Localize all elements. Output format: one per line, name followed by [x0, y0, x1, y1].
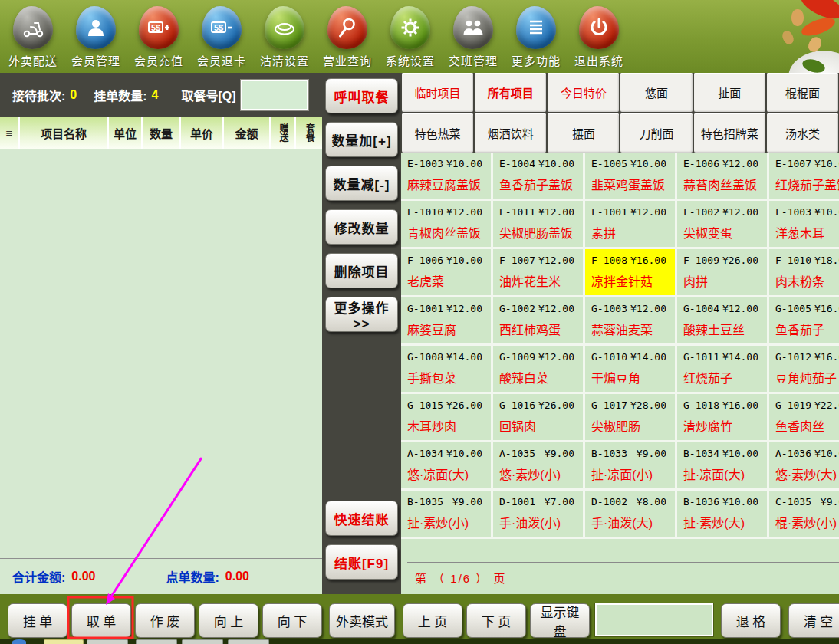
- qty-increase-button[interactable]: 数量加[+]: [325, 122, 398, 157]
- menu-item[interactable]: E-1004 ¥10.00 鱼香茄子盖饭: [493, 153, 585, 201]
- menu-item[interactable]: G-1017 ¥28.00 尖椒肥肠: [585, 394, 677, 442]
- checkout-f9-button[interactable]: 结账[F9]: [325, 544, 398, 580]
- menu-item[interactable]: G-1001 ¥12.00 麻婆豆腐: [401, 297, 493, 346]
- menu-item[interactable]: D-1001 ¥7.00 手·油泼(小): [493, 491, 585, 539]
- category-tab[interactable]: 所有项目: [475, 73, 546, 112]
- menu-item[interactable]: G-1010 ¥14.00 干煸豆角: [585, 346, 677, 394]
- menu-item[interactable]: G-1004 ¥12.00 酸辣土豆丝: [677, 297, 769, 346]
- menu-item[interactable]: C-1035 ¥9.00 棍·素炒(小): [769, 491, 839, 539]
- category-tab[interactable]: 棍棍面: [767, 73, 838, 112]
- backspace-button[interactable]: 退 格: [721, 603, 781, 638]
- menu-item[interactable]: G-1011 ¥14.00 红烧茄子: [677, 346, 769, 394]
- item-price: ¥28.00: [630, 399, 666, 411]
- menu-item[interactable]: E-1003 ¥10.00 麻辣豆腐盖饭: [401, 153, 493, 201]
- category-tab[interactable]: 搌面: [548, 113, 619, 153]
- taskbar-window-button[interactable]: [44, 639, 84, 644]
- menu-item[interactable]: G-1015 ¥26.00 木耳炒肉: [401, 394, 493, 442]
- takeout-mode-button[interactable]: 外卖模式: [329, 603, 395, 638]
- void-button[interactable]: 作 废: [135, 603, 195, 638]
- prev-page-button[interactable]: 上 页: [403, 603, 462, 638]
- menu-item[interactable]: A-1035 ¥9.00 悠·素炒(小): [493, 442, 585, 491]
- topbar-item-more[interactable]: 更多功能: [505, 6, 568, 68]
- menu-item[interactable]: F-1007 ¥12.00 油炸花生米: [493, 249, 585, 297]
- menu-item[interactable]: F-1008 ¥16.00 凉拌金针菇: [585, 249, 677, 297]
- menu-item[interactable]: F-1009 ¥26.00 肉拼: [677, 249, 769, 297]
- topbar-item-recharge[interactable]: 5$ 会员充值: [127, 6, 190, 68]
- category-tab[interactable]: 今日特价: [548, 73, 619, 112]
- topbar-item-members[interactable]: 会员管理: [64, 6, 127, 68]
- topbar-item-exit[interactable]: 退出系统: [568, 6, 630, 68]
- topbar-item-soldout[interactable]: 沽清设置: [253, 6, 316, 68]
- move-down-button[interactable]: 向 下: [262, 603, 322, 638]
- menu-item[interactable]: F-1006 ¥10.00 老虎菜: [401, 249, 493, 297]
- next-page-button[interactable]: 下 页: [466, 603, 526, 638]
- more-actions-button[interactable]: 更多操作>>: [325, 297, 398, 332]
- taskbar-window-button[interactable]: [228, 639, 269, 644]
- item-code: E-1006: [683, 158, 719, 169]
- topbar-item-card-return[interactable]: 5$ 会员退卡: [190, 6, 253, 68]
- clear-button[interactable]: 清 空: [788, 603, 839, 638]
- menu-item[interactable]: F-1003 ¥10.00 洋葱木耳: [769, 201, 839, 249]
- menu-item[interactable]: G-1016 ¥26.00 回锅肉: [493, 394, 585, 442]
- order-list-area[interactable]: [0, 149, 322, 558]
- category-tab[interactable]: 特色热菜: [402, 113, 473, 153]
- pickup-number-input[interactable]: [241, 80, 308, 110]
- category-tab[interactable]: 悠面: [620, 73, 692, 112]
- topbar-item-delivery[interactable]: 外卖配送: [2, 6, 64, 68]
- menu-item[interactable]: F-1001 ¥12.00 素拼: [585, 201, 677, 249]
- category-tab[interactable]: 扯面: [694, 73, 765, 112]
- taskbar-window-button[interactable]: [87, 639, 128, 644]
- retrieve-order-button[interactable]: 取 单: [71, 603, 131, 638]
- item-name: 韭菜鸡蛋盖饭: [591, 175, 665, 193]
- category-tab[interactable]: 烟酒饮料: [475, 113, 546, 153]
- menu-item[interactable]: B-1035 ¥9.00 扯·素炒(小): [401, 491, 493, 539]
- start-button[interactable]: [12, 639, 26, 644]
- item-price: ¥10.00: [630, 158, 666, 169]
- menu-item[interactable]: F-1002 ¥12.00 尖椒变蛋: [677, 201, 769, 249]
- item-price: ¥10.00: [814, 448, 839, 459]
- category-tab[interactable]: 汤水类: [767, 113, 838, 153]
- menu-item[interactable]: G-1005 ¥16.00 鱼香茄子: [769, 297, 839, 346]
- hold-order-button[interactable]: 挂 单: [8, 603, 67, 638]
- modify-qty-button[interactable]: 修改数量: [325, 209, 398, 245]
- menu-item[interactable]: B-1036 ¥10.00 扯·素炒(大): [677, 491, 769, 539]
- topbar-item-label: 沽清设置: [260, 52, 309, 68]
- topbar-item-system-settings[interactable]: 系统设置: [379, 6, 442, 68]
- taskbar-window-button[interactable]: [136, 639, 177, 644]
- topbar-item-business-query[interactable]: 营业查询: [316, 6, 379, 68]
- menu-item[interactable]: E-1011 ¥12.00 尖椒肥肠盖饭: [493, 201, 585, 249]
- quick-entry-input[interactable]: [595, 603, 713, 636]
- menu-item[interactable]: G-1018 ¥16.00 清炒腐竹: [677, 394, 769, 442]
- qty-decrease-button[interactable]: 数量减[-]: [325, 166, 398, 201]
- menu-item[interactable]: E-1007 ¥10.00 红烧茄子盖饭: [769, 153, 839, 201]
- category-tab[interactable]: 刀削面: [620, 113, 692, 153]
- menu-item[interactable]: B-1034 ¥10.00 扯·凉面(大): [677, 442, 769, 491]
- quick-checkout-button[interactable]: 快速结账: [325, 501, 398, 536]
- menu-item[interactable]: G-1012 ¥16.00 豆角炖茄子: [769, 346, 839, 394]
- topbar-item-shift[interactable]: 交班管理: [442, 6, 505, 68]
- item-code: G-1009: [499, 351, 535, 363]
- call-pickup-button[interactable]: 呼叫取餐: [325, 78, 398, 113]
- menu-item[interactable]: G-1002 ¥12.00 西红柿鸡蛋: [493, 297, 585, 346]
- item-code: F-1009: [683, 255, 719, 266]
- menu-item[interactable]: G-1003 ¥12.00 蒜蓉油麦菜: [585, 297, 677, 346]
- menu-item[interactable]: G-1009 ¥12.00 酸辣白菜: [493, 346, 585, 394]
- item-name: 干煸豆角: [591, 368, 640, 386]
- menu-item[interactable]: D-1002 ¥8.00 手·油泼(大): [585, 491, 677, 539]
- menu-item[interactable]: E-1010 ¥12.00 青椒肉丝盖饭: [401, 201, 493, 249]
- menu-item[interactable]: F-1010 ¥18.00 肉末粉条: [769, 249, 839, 297]
- menu-item[interactable]: E-1006 ¥12.00 蒜苔肉丝盖饭: [677, 153, 769, 201]
- menu-item[interactable]: B-1033 ¥9.00 扯·凉面(小): [585, 442, 677, 491]
- move-up-button[interactable]: 向 上: [199, 603, 258, 638]
- menu-item[interactable]: G-1008 ¥14.00 手撕包菜: [401, 346, 493, 394]
- show-keyboard-button[interactable]: 显示键盘: [530, 603, 590, 638]
- menu-item[interactable]: G-1019 ¥22.00 鱼香肉丝: [769, 394, 839, 442]
- category-tab[interactable]: 特色招牌菜: [694, 113, 765, 153]
- delete-item-button[interactable]: 删除项目: [325, 253, 398, 288]
- category-tab[interactable]: 临时项目: [402, 73, 473, 112]
- menu-item[interactable]: A-1036 ¥10.00 悠·素炒(大): [769, 442, 839, 491]
- taskbar-window-button[interactable]: [182, 639, 223, 644]
- menu-item[interactable]: E-1005 ¥10.00 韭菜鸡蛋盖饭: [585, 153, 677, 201]
- os-taskbar[interactable]: [0, 639, 839, 644]
- menu-item[interactable]: A-1034 ¥10.00 悠·凉面(大): [401, 442, 493, 491]
